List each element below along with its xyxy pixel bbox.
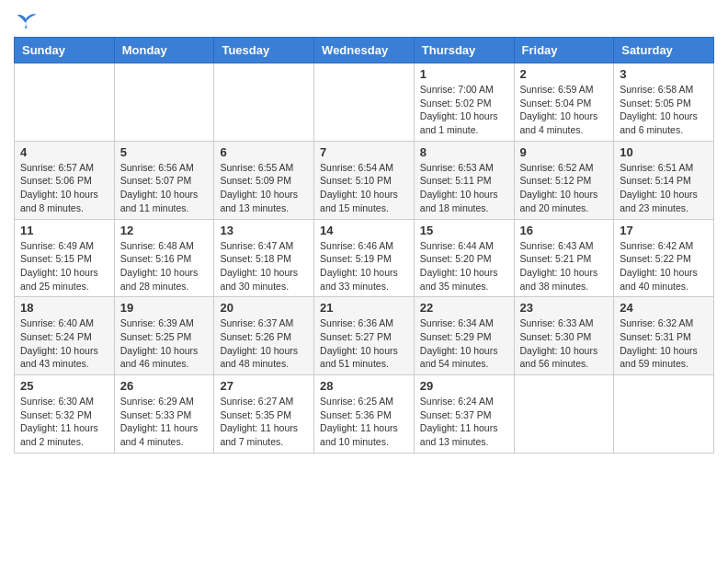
- calendar-header-thursday: Thursday: [414, 38, 514, 63]
- day-info: Sunrise: 6:57 AM Sunset: 5:06 PM Dayligh…: [20, 161, 108, 215]
- calendar-cell: [15, 63, 115, 142]
- day-number: 21: [320, 301, 408, 315]
- calendar-cell: 27Sunrise: 6:27 AM Sunset: 5:35 PM Dayli…: [214, 375, 314, 454]
- calendar-cell: 29Sunrise: 6:24 AM Sunset: 5:37 PM Dayli…: [414, 375, 514, 454]
- day-number: 16: [520, 224, 609, 237]
- day-number: 23: [520, 301, 609, 315]
- day-info: Sunrise: 6:29 AM Sunset: 5:33 PM Dayligh…: [120, 395, 209, 449]
- day-info: Sunrise: 6:58 AM Sunset: 5:05 PM Dayligh…: [620, 83, 708, 137]
- calendar-cell: 19Sunrise: 6:39 AM Sunset: 5:25 PM Dayli…: [114, 297, 214, 375]
- calendar-week-row: 25Sunrise: 6:30 AM Sunset: 5:32 PM Dayli…: [15, 375, 714, 454]
- day-info: Sunrise: 6:34 AM Sunset: 5:29 PM Dayligh…: [420, 316, 508, 371]
- calendar-cell: 24Sunrise: 6:32 AM Sunset: 5:31 PM Dayli…: [614, 297, 714, 375]
- day-info: Sunrise: 6:33 AM Sunset: 5:30 PM Dayligh…: [520, 316, 609, 371]
- calendar-week-row: 18Sunrise: 6:40 AM Sunset: 5:24 PM Dayli…: [15, 297, 714, 375]
- calendar-cell: 21Sunrise: 6:36 AM Sunset: 5:27 PM Dayli…: [314, 297, 415, 375]
- calendar-cell: 1Sunrise: 7:00 AM Sunset: 5:02 PM Daylig…: [414, 63, 514, 142]
- calendar-cell: 28Sunrise: 6:25 AM Sunset: 5:36 PM Dayli…: [314, 375, 415, 454]
- calendar-cell: [114, 63, 214, 142]
- day-number: 22: [420, 301, 508, 315]
- day-number: 4: [20, 145, 108, 159]
- day-number: 25: [20, 379, 108, 393]
- calendar-header-tuesday: Tuesday: [214, 38, 314, 63]
- day-info: Sunrise: 6:54 AM Sunset: 5:10 PM Dayligh…: [320, 161, 408, 215]
- day-number: 17: [620, 224, 708, 237]
- calendar-cell: 12Sunrise: 6:48 AM Sunset: 5:16 PM Dayli…: [114, 219, 214, 297]
- day-number: 7: [320, 145, 408, 159]
- day-number: 20: [220, 301, 308, 315]
- calendar-cell: 3Sunrise: 6:58 AM Sunset: 5:05 PM Daylig…: [614, 63, 714, 142]
- day-number: 19: [120, 301, 209, 315]
- day-number: 6: [220, 145, 308, 159]
- calendar-header-monday: Monday: [114, 38, 214, 63]
- calendar-cell: 7Sunrise: 6:54 AM Sunset: 5:10 PM Daylig…: [314, 141, 415, 219]
- calendar-week-row: 1Sunrise: 7:00 AM Sunset: 5:02 PM Daylig…: [15, 63, 714, 142]
- day-number: 28: [320, 379, 408, 393]
- day-number: 11: [20, 224, 108, 237]
- calendar-cell: 18Sunrise: 6:40 AM Sunset: 5:24 PM Dayli…: [15, 297, 115, 375]
- calendar-cell: [314, 63, 415, 142]
- day-number: 18: [20, 301, 108, 315]
- day-info: Sunrise: 6:40 AM Sunset: 5:24 PM Dayligh…: [20, 316, 108, 371]
- calendar-cell: 25Sunrise: 6:30 AM Sunset: 5:32 PM Dayli…: [15, 375, 115, 454]
- logo-bird-icon: [16, 13, 38, 29]
- calendar-cell: 11Sunrise: 6:49 AM Sunset: 5:15 PM Dayli…: [15, 219, 115, 297]
- day-info: Sunrise: 6:47 AM Sunset: 5:18 PM Dayligh…: [220, 239, 308, 293]
- day-info: Sunrise: 6:59 AM Sunset: 5:04 PM Dayligh…: [520, 83, 609, 137]
- day-info: Sunrise: 6:52 AM Sunset: 5:12 PM Dayligh…: [520, 161, 609, 215]
- day-info: Sunrise: 6:56 AM Sunset: 5:07 PM Dayligh…: [120, 161, 209, 215]
- day-info: Sunrise: 6:42 AM Sunset: 5:22 PM Dayligh…: [620, 239, 708, 293]
- calendar-cell: [614, 375, 714, 454]
- day-number: 15: [420, 224, 508, 237]
- calendar-cell: 13Sunrise: 6:47 AM Sunset: 5:18 PM Dayli…: [214, 219, 314, 297]
- calendar-header-sunday: Sunday: [15, 38, 115, 63]
- calendar-cell: 8Sunrise: 6:53 AM Sunset: 5:11 PM Daylig…: [414, 141, 514, 219]
- calendar-cell: 14Sunrise: 6:46 AM Sunset: 5:19 PM Dayli…: [314, 219, 415, 297]
- day-info: Sunrise: 6:53 AM Sunset: 5:11 PM Dayligh…: [420, 161, 508, 215]
- calendar-cell: 2Sunrise: 6:59 AM Sunset: 5:04 PM Daylig…: [514, 63, 614, 142]
- day-info: Sunrise: 6:39 AM Sunset: 5:25 PM Dayligh…: [120, 316, 209, 371]
- day-number: 9: [520, 145, 609, 159]
- day-info: Sunrise: 6:37 AM Sunset: 5:26 PM Dayligh…: [220, 316, 308, 371]
- day-number: 24: [620, 301, 708, 315]
- calendar-cell: 10Sunrise: 6:51 AM Sunset: 5:14 PM Dayli…: [614, 141, 714, 219]
- day-info: Sunrise: 6:36 AM Sunset: 5:27 PM Dayligh…: [320, 316, 408, 371]
- calendar-week-row: 11Sunrise: 6:49 AM Sunset: 5:15 PM Dayli…: [15, 219, 714, 297]
- day-info: Sunrise: 6:30 AM Sunset: 5:32 PM Dayligh…: [20, 395, 108, 449]
- day-info: Sunrise: 6:49 AM Sunset: 5:15 PM Dayligh…: [20, 239, 108, 293]
- day-number: 3: [620, 67, 708, 81]
- day-info: Sunrise: 6:25 AM Sunset: 5:36 PM Dayligh…: [320, 395, 408, 449]
- calendar-header-row: SundayMondayTuesdayWednesdayThursdayFrid…: [15, 38, 714, 63]
- calendar-cell: 6Sunrise: 6:55 AM Sunset: 5:09 PM Daylig…: [214, 141, 314, 219]
- day-number: 1: [420, 67, 508, 81]
- calendar-cell: 15Sunrise: 6:44 AM Sunset: 5:20 PM Dayli…: [414, 219, 514, 297]
- calendar-cell: 4Sunrise: 6:57 AM Sunset: 5:06 PM Daylig…: [15, 141, 115, 219]
- day-info: Sunrise: 6:51 AM Sunset: 5:14 PM Dayligh…: [620, 161, 708, 215]
- calendar-header-friday: Friday: [514, 38, 614, 63]
- calendar-cell: [514, 375, 614, 454]
- day-number: 13: [220, 224, 308, 237]
- calendar-table: SundayMondayTuesdayWednesdayThursdayFrid…: [14, 37, 714, 454]
- calendar-header-wednesday: Wednesday: [314, 38, 415, 63]
- calendar-cell: 26Sunrise: 6:29 AM Sunset: 5:33 PM Dayli…: [114, 375, 214, 454]
- day-number: 2: [520, 67, 609, 81]
- calendar-cell: 9Sunrise: 6:52 AM Sunset: 5:12 PM Daylig…: [514, 141, 614, 219]
- day-info: Sunrise: 6:27 AM Sunset: 5:35 PM Dayligh…: [220, 395, 308, 449]
- day-number: 10: [620, 145, 708, 159]
- calendar-cell: 17Sunrise: 6:42 AM Sunset: 5:22 PM Dayli…: [614, 219, 714, 297]
- day-number: 5: [120, 145, 209, 159]
- day-number: 26: [120, 379, 209, 393]
- day-info: Sunrise: 6:32 AM Sunset: 5:31 PM Dayligh…: [620, 316, 708, 371]
- day-number: 27: [220, 379, 308, 393]
- calendar-cell: 23Sunrise: 6:33 AM Sunset: 5:30 PM Dayli…: [514, 297, 614, 375]
- day-info: Sunrise: 7:00 AM Sunset: 5:02 PM Dayligh…: [420, 83, 508, 137]
- day-number: 14: [320, 224, 408, 237]
- day-number: 29: [420, 379, 508, 393]
- day-info: Sunrise: 6:46 AM Sunset: 5:19 PM Dayligh…: [320, 239, 408, 293]
- calendar-header-saturday: Saturday: [614, 38, 714, 63]
- day-info: Sunrise: 6:24 AM Sunset: 5:37 PM Dayligh…: [420, 395, 508, 449]
- calendar-cell: 16Sunrise: 6:43 AM Sunset: 5:21 PM Dayli…: [514, 219, 614, 297]
- day-number: 8: [420, 145, 508, 159]
- day-info: Sunrise: 6:43 AM Sunset: 5:21 PM Dayligh…: [520, 239, 609, 293]
- day-info: Sunrise: 6:48 AM Sunset: 5:16 PM Dayligh…: [120, 239, 209, 293]
